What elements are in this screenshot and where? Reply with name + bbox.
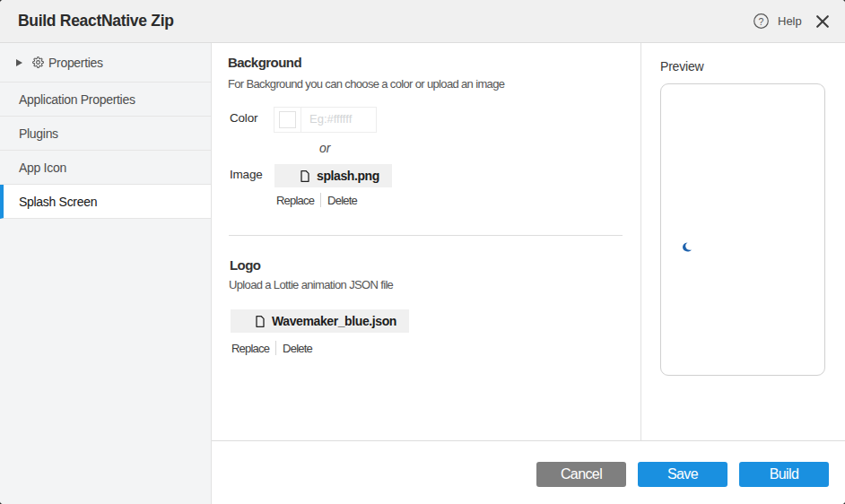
svg-text:?: ?: [759, 16, 764, 27]
